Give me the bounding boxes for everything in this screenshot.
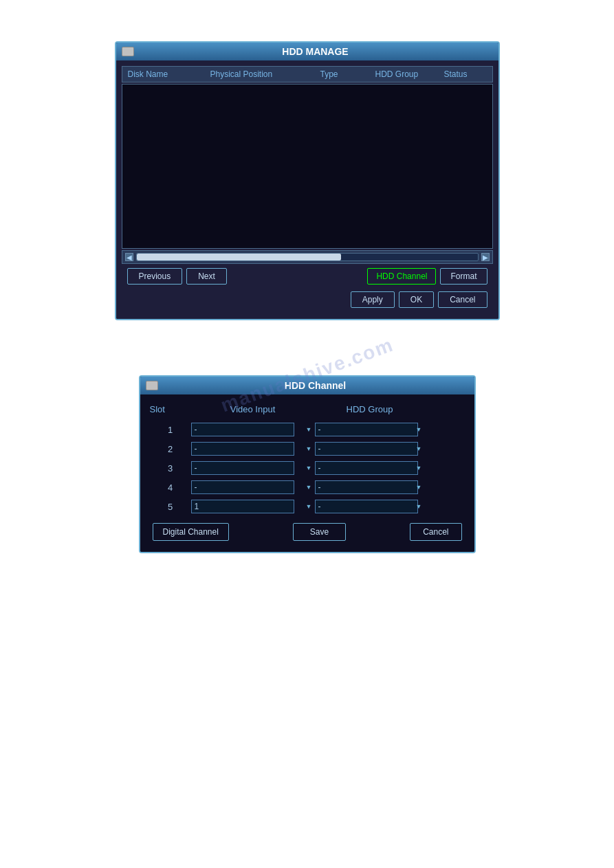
digital-channel-button[interactable]: Digital Channel [153, 523, 229, 541]
hdd-group-1-wrapper: - [315, 423, 425, 436]
video-input-1-wrapper: - [191, 423, 315, 436]
cancel-button[interactable]: Cancel [438, 291, 487, 308]
channel-col-video-input: Video Input [191, 404, 315, 414]
channel-row-1: 1 - - [150, 420, 465, 439]
hdd-channel-dialog: HDD Channel Slot Video Input HDD Group 1… [139, 375, 476, 553]
channel-col-slot: Slot [150, 404, 191, 414]
col-type: Type [320, 69, 375, 79]
hdd-group-3-wrapper: - [315, 461, 425, 475]
hdd-group-5-wrapper: - [315, 500, 425, 513]
slot-5: 5 [150, 502, 191, 512]
slot-1: 1 [150, 425, 191, 435]
hdd-group-5-select[interactable]: - [315, 500, 418, 513]
slot-4: 4 [150, 482, 191, 493]
video-input-3-select[interactable]: - [191, 461, 294, 475]
hdd-group-3-select[interactable]: - [315, 461, 418, 475]
channel-row-4: 4 - - [150, 478, 465, 497]
scroll-thumb [137, 254, 342, 260]
col-status: Status [444, 69, 499, 79]
slot-3: 3 [150, 463, 191, 474]
format-button[interactable]: Format [440, 268, 487, 285]
hdd-channel-title-icon [146, 381, 158, 390]
hdd-manage-title: HDD MANAGE [138, 46, 493, 57]
scroll-left-arrow[interactable]: ◀ [125, 253, 133, 261]
channel-cancel-button[interactable]: Cancel [410, 523, 461, 541]
save-button[interactable]: Save [293, 523, 346, 541]
hdd-manage-dialog: HDD MANAGE Disk Name Physical Position T… [115, 41, 500, 320]
hdd-manage-ok-row: Apply OK Cancel [122, 289, 493, 313]
hdd-manage-title-icon [122, 47, 134, 56]
hdd-manage-titlebar: HDD MANAGE [116, 43, 498, 60]
hdd-scrollbar: ◀ ▶ [122, 250, 493, 264]
next-button[interactable]: Next [186, 268, 227, 285]
col-physical-position: Physical Position [210, 69, 320, 79]
hdd-table-header: Disk Name Physical Position Type HDD Gro… [122, 66, 493, 82]
video-input-5-select[interactable]: 1 - [191, 500, 294, 513]
channel-row-2: 2 - - [150, 439, 465, 458]
channel-header-row: Slot Video Input HDD Group [150, 401, 465, 417]
hdd-group-4-wrapper: - [315, 480, 425, 494]
ok-button[interactable]: OK [399, 291, 434, 308]
col-hdd-group: HDD Group [375, 69, 444, 79]
channel-row-5: 5 1 - - [150, 497, 465, 516]
hdd-channel-title: HDD Channel [162, 380, 469, 391]
hdd-group-2-select[interactable]: - [315, 442, 418, 456]
video-input-5-wrapper: 1 - [191, 500, 315, 513]
hdd-group-4-select[interactable]: - [315, 480, 418, 494]
video-input-4-select[interactable]: - [191, 480, 294, 494]
video-input-2-wrapper: - [191, 442, 315, 456]
channel-bottom-buttons: Digital Channel Save Cancel [150, 516, 465, 545]
hdd-group-1-select[interactable]: - [315, 423, 418, 436]
channel-col-hdd-group: HDD Group [315, 404, 425, 414]
scroll-track[interactable] [136, 253, 479, 261]
video-input-2-select[interactable]: - [191, 442, 294, 456]
video-input-1-select[interactable]: - [191, 423, 294, 436]
hdd-channel-button[interactable]: HDD Channel [367, 268, 436, 285]
channel-row-3: 3 - - [150, 458, 465, 478]
scroll-right-arrow[interactable]: ▶ [481, 253, 490, 261]
hdd-manage-body: Disk Name Physical Position Type HDD Gro… [116, 60, 498, 319]
col-disk-name: Disk Name [128, 69, 210, 79]
slot-2: 2 [150, 444, 191, 454]
apply-button[interactable]: Apply [351, 291, 395, 308]
hdd-manage-nav-row: Previous Next HDD Channel Format [122, 264, 493, 289]
hdd-table-body [122, 84, 493, 249]
video-input-4-wrapper: - [191, 480, 315, 494]
hdd-channel-body: Slot Video Input HDD Group 1 - - [140, 394, 474, 552]
hdd-channel-titlebar: HDD Channel [140, 377, 474, 394]
hdd-group-2-wrapper: - [315, 442, 425, 456]
previous-button[interactable]: Previous [127, 268, 183, 285]
video-input-3-wrapper: - [191, 461, 315, 475]
